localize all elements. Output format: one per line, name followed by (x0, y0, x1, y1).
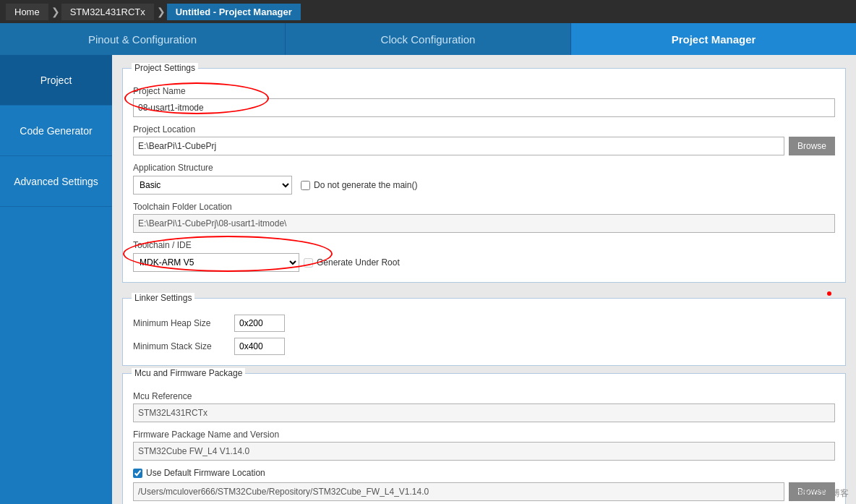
main-layout: Project Code Generator Advanced Settings… (0, 55, 856, 504)
project-location-browse[interactable]: Browse (789, 137, 835, 155)
firmware-pkg-input (133, 442, 835, 461)
generate-under-root-label[interactable]: Generate Under Root (304, 257, 400, 268)
sidebar: Project Code Generator Advanced Settings (0, 55, 112, 504)
breadcrumb-arrow-2: ❯ (157, 6, 166, 17)
toolchain-folder-label: Toolchain Folder Location (133, 202, 835, 212)
project-settings-title: Project Settings (132, 63, 198, 73)
project-location-row: Browse (133, 137, 835, 155)
toolchain-folder-input[interactable] (133, 214, 835, 233)
use-default-firmware-checkbox[interactable] (133, 469, 142, 478)
breadcrumb-project[interactable]: Untitled - Project Manager (167, 4, 301, 20)
firmware-path-input[interactable] (133, 482, 784, 501)
tab-project-manager[interactable]: Project Manager (571, 23, 856, 55)
breadcrumb-arrow-1: ❯ (51, 6, 60, 17)
app-structure-select[interactable]: Basic Advanced (133, 176, 292, 195)
tab-clock[interactable]: Clock Configuration (286, 23, 571, 55)
toolchain-ide-select[interactable]: MDK-ARM V5 STM32CubeIDE Makefile (133, 253, 299, 272)
min-stack-row: Minimum Stack Size (133, 338, 835, 355)
breadcrumb: Home ❯ STM32L431RCTx ❯ Untitled - Projec… (0, 0, 856, 23)
use-default-firmware-label[interactable]: Use Default Firmware Location (133, 468, 835, 478)
toolchain-ide-row: MDK-ARM V5 STM32CubeIDE Makefile Generat… (133, 253, 835, 272)
app-structure-row: Basic Advanced Do not generate the main(… (133, 176, 835, 195)
toolchain-ide-label: Toolchain / IDE (133, 240, 835, 250)
generate-under-root-checkbox[interactable] (304, 258, 313, 268)
min-stack-label: Minimum Stack Size (133, 341, 227, 351)
project-settings-panel: Project Settings Project Name Project Lo… (122, 68, 846, 283)
sidebar-item-project[interactable]: Project (0, 55, 112, 106)
content-area: Project Settings Project Name Project Lo… (112, 55, 856, 504)
sidebar-item-code-generator[interactable]: Code Generator (0, 106, 112, 156)
breadcrumb-mcu[interactable]: STM32L431RCTx (61, 4, 154, 20)
mcu-ref-input (133, 403, 835, 422)
mcu-firmware-title: Mcu and Firmware Package (132, 368, 245, 378)
linker-settings-panel: Linker Settings Minimum Heap Size Minimu… (122, 298, 846, 366)
watermark: @51CTO博客 (795, 487, 849, 500)
min-heap-label: Minimum Heap Size (133, 318, 227, 328)
red-dot-annotation (827, 291, 831, 296)
min-stack-input[interactable] (234, 338, 285, 355)
app-structure-label: Application Structure (133, 163, 835, 173)
linker-settings-title: Linker Settings (132, 293, 194, 303)
tab-bar: Pinout & Configuration Clock Configurati… (0, 23, 856, 55)
project-location-input[interactable] (133, 137, 784, 155)
firmware-pkg-label: Firmware Package Name and Version (133, 430, 835, 440)
breadcrumb-home[interactable]: Home (6, 4, 48, 20)
project-name-input[interactable] (133, 98, 835, 117)
project-name-label: Project Name (133, 86, 835, 96)
tab-pinout[interactable]: Pinout & Configuration (0, 23, 286, 55)
project-location-label: Project Location (133, 124, 835, 134)
do-not-generate-checkbox-label[interactable]: Do not generate the main() (301, 180, 417, 190)
sidebar-item-advanced-settings[interactable]: Advanced Settings (0, 156, 112, 207)
mcu-ref-label: Mcu Reference (133, 391, 835, 401)
min-heap-input[interactable] (234, 315, 285, 332)
min-heap-row: Minimum Heap Size (133, 315, 835, 332)
mcu-firmware-panel: Mcu and Firmware Package Mcu Reference F… (122, 373, 846, 504)
firmware-path-row: Browse (133, 482, 835, 501)
do-not-generate-checkbox[interactable] (301, 181, 310, 190)
